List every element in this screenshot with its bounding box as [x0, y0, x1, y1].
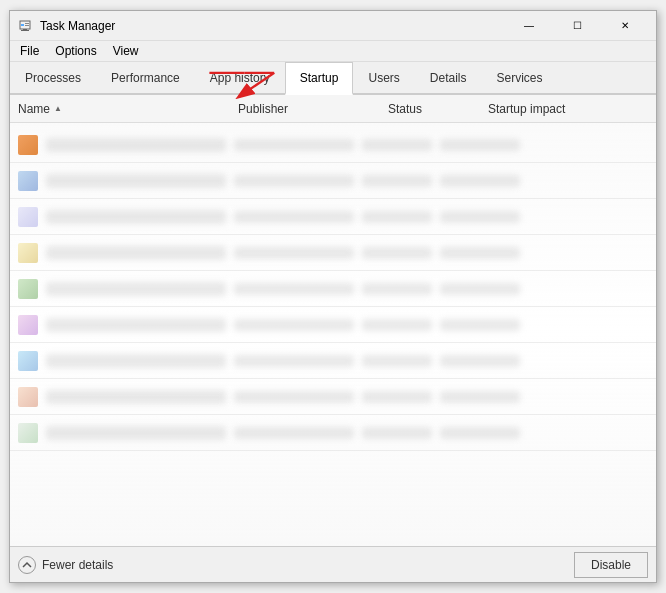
svg-rect-1	[23, 29, 27, 30]
tab-performance[interactable]: Performance	[96, 62, 195, 93]
maximize-button[interactable]: ☐	[554, 11, 600, 41]
row-name-7	[46, 354, 226, 368]
svg-rect-3	[21, 24, 24, 26]
tabs-bar: Processes Performance App history Startu…	[10, 62, 656, 95]
tab-users[interactable]: Users	[353, 62, 414, 93]
list-item[interactable]	[10, 343, 656, 379]
col-header-status[interactable]: Status	[380, 99, 480, 118]
row-status-4	[362, 247, 432, 259]
fewer-details-icon	[18, 556, 36, 574]
row-name-8	[46, 390, 226, 404]
app-icon-6	[18, 315, 38, 335]
row-name-6	[46, 318, 226, 332]
app-icon-4	[18, 243, 38, 263]
row-status-2	[362, 175, 432, 187]
row-status-8	[362, 391, 432, 403]
row-name-4	[46, 246, 226, 260]
row-pub-2	[234, 175, 354, 187]
title-bar: Task Manager — ☐ ✕	[10, 11, 656, 41]
minimize-button[interactable]: —	[506, 11, 552, 41]
app-icon-3	[18, 207, 38, 227]
row-pub-8	[234, 391, 354, 403]
disable-button[interactable]: Disable	[574, 552, 648, 578]
row-pub-4	[234, 247, 354, 259]
startup-list[interactable]	[10, 123, 656, 546]
row-impact-6	[440, 319, 520, 331]
row-status-9	[362, 427, 432, 439]
task-manager-window: Task Manager — ☐ ✕ File Options View	[9, 10, 657, 583]
column-headers: Name ▲ Publisher Status Startup impact	[10, 95, 656, 123]
row-impact-4	[440, 247, 520, 259]
app-icon	[18, 18, 34, 34]
row-name-3	[46, 210, 226, 224]
list-item[interactable]	[10, 415, 656, 451]
window-title: Task Manager	[40, 19, 506, 33]
row-name-1	[46, 138, 226, 152]
app-icon-9	[18, 423, 38, 443]
svg-rect-4	[25, 23, 29, 24]
app-icon-5	[18, 279, 38, 299]
col-header-impact[interactable]: Startup impact	[480, 99, 656, 118]
row-impact-8	[440, 391, 520, 403]
row-status-3	[362, 211, 432, 223]
menu-view[interactable]: View	[105, 41, 147, 61]
row-pub-7	[234, 355, 354, 367]
row-impact-1	[440, 139, 520, 151]
list-item[interactable]	[10, 271, 656, 307]
menu-options[interactable]: Options	[47, 41, 104, 61]
svg-rect-2	[21, 30, 29, 31]
tab-details[interactable]: Details	[415, 62, 482, 93]
list-item[interactable]	[10, 235, 656, 271]
row-impact-3	[440, 211, 520, 223]
row-impact-2	[440, 175, 520, 187]
window-inner: Processes Performance App history Startu…	[10, 62, 656, 582]
col-header-publisher[interactable]: Publisher	[230, 99, 380, 118]
tab-processes[interactable]: Processes	[10, 62, 96, 93]
list-item[interactable]	[10, 379, 656, 415]
app-icon-8	[18, 387, 38, 407]
blurred-rows	[10, 123, 656, 455]
app-icon-1	[18, 135, 38, 155]
row-name-5	[46, 282, 226, 296]
row-pub-1	[234, 139, 354, 151]
list-item[interactable]	[10, 127, 656, 163]
list-item[interactable]	[10, 199, 656, 235]
row-impact-5	[440, 283, 520, 295]
row-impact-7	[440, 355, 520, 367]
fewer-details-button[interactable]: Fewer details	[18, 556, 113, 574]
row-name-2	[46, 174, 226, 188]
row-pub-5	[234, 283, 354, 295]
list-item[interactable]	[10, 163, 656, 199]
list-item[interactable]	[10, 307, 656, 343]
svg-rect-5	[25, 25, 29, 26]
col-header-name[interactable]: Name ▲	[10, 99, 230, 118]
tab-app-history[interactable]: App history	[195, 62, 285, 93]
menu-file[interactable]: File	[12, 41, 47, 61]
row-status-6	[362, 319, 432, 331]
content-area: Name ▲ Publisher Status Startup impact	[10, 95, 656, 546]
window-controls: — ☐ ✕	[506, 11, 648, 41]
fewer-details-label: Fewer details	[42, 558, 113, 572]
row-status-1	[362, 139, 432, 151]
app-icon-2	[18, 171, 38, 191]
row-name-9	[46, 426, 226, 440]
row-status-7	[362, 355, 432, 367]
row-pub-6	[234, 319, 354, 331]
sort-arrow-up: ▲	[54, 104, 62, 113]
row-impact-9	[440, 427, 520, 439]
blurred-list-content	[10, 123, 656, 546]
close-button[interactable]: ✕	[602, 11, 648, 41]
row-pub-3	[234, 211, 354, 223]
row-status-5	[362, 283, 432, 295]
tab-services[interactable]: Services	[482, 62, 558, 93]
menu-bar: File Options View	[10, 41, 656, 62]
app-icon-7	[18, 351, 38, 371]
row-pub-9	[234, 427, 354, 439]
status-bar: Fewer details Disable	[10, 546, 656, 582]
tab-startup[interactable]: Startup	[285, 62, 354, 95]
